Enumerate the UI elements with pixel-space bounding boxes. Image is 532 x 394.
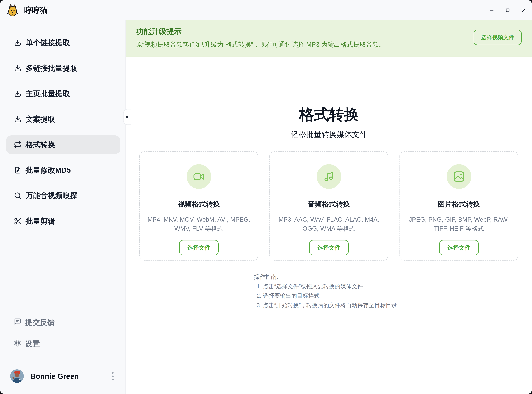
card-title: 音频格式转换 [308, 199, 350, 209]
banner-title: 功能升级提示 [136, 26, 182, 36]
card-formats: MP3, AAC, WAV, FLAC, ALAC, M4A, OGG, WMA… [270, 215, 388, 233]
sidebar-item-label: 万能音视频嗅探 [26, 191, 77, 201]
sidebar-item-label: 主页批量提取 [26, 89, 70, 99]
card-title: 图片格式转换 [438, 199, 480, 209]
select-file-button-video[interactable]: 选择文件 [179, 240, 219, 255]
sidebar-item-label: 批量剪辑 [26, 216, 55, 226]
select-file-button-audio[interactable]: 选择文件 [309, 240, 349, 255]
app-title: 哼哼猫 [24, 5, 48, 16]
upgrade-banner: 功能升级提示 原“视频提取音频”功能已升级为“格式转换”，现在可通过选择 MP3… [126, 20, 532, 57]
sidebar-divider [5, 365, 121, 365]
sidebar-item-label: 多链接批量提取 [26, 63, 77, 73]
sidebar-item-label: 格式转换 [26, 140, 55, 150]
conversion-cards: 视频格式转换 MP4, MKV, MOV, WebM, AVI, MPEG, W… [139, 151, 518, 260]
download-icon [14, 90, 22, 98]
download-icon [14, 64, 22, 72]
sidebar-item-multi-link-batch-extract[interactable]: 多链接批量提取 [6, 59, 120, 78]
icon-circle [187, 164, 211, 189]
sidebar-item-batch-modify-md5[interactable]: 批量修改MD5 [6, 161, 120, 179]
avatar [10, 369, 24, 383]
sidebar-item-label: 文案提取 [26, 114, 55, 124]
guide-title: 操作指南: [254, 272, 397, 282]
sidebar-item-settings[interactable]: 设置 [6, 337, 125, 351]
sidebar-item-format-convert[interactable]: 格式转换 [6, 135, 120, 154]
chevron-left-icon [125, 115, 128, 119]
image-icon [453, 170, 465, 183]
download-icon [14, 115, 22, 123]
feedback-icon [14, 318, 21, 327]
video-camera-icon [193, 170, 205, 183]
kebab-menu-icon[interactable] [110, 371, 115, 382]
image-convert-card[interactable]: 图片格式转换 JPEG, PNG, GIF, BMP, WebP, RAW, T… [400, 151, 518, 260]
audio-convert-card[interactable]: 音频格式转换 MP3, AAC, WAV, FLAC, ALAC, M4A, O… [269, 151, 388, 260]
page-title: 格式转换 [126, 105, 532, 125]
card-title: 视频格式转换 [178, 199, 220, 209]
app-window: 哼哼猫 单个链接提取 [0, 0, 532, 394]
sidebar-nav: 单个链接提取 多链接批量提取 主页批量提取 文案提取 [0, 20, 125, 230]
guide-step: 1. 点击“选择文件”或拖入要转换的媒体文件 [254, 282, 397, 291]
sidebar-item-label: 单个链接提取 [26, 38, 70, 48]
user-profile[interactable]: Bonnie Green [10, 369, 115, 383]
sidebar-item-batch-clip[interactable]: 批量剪辑 [6, 212, 120, 230]
sidebar-item-media-sniffer[interactable]: 万能音视频嗅探 [6, 187, 120, 205]
sidebar-item-label: 提交反馈 [25, 317, 55, 327]
gear-icon [14, 339, 21, 348]
user-name: Bonnie Green [31, 372, 110, 380]
guide-step: 2. 选择要输出的目标格式 [254, 291, 397, 301]
page-subtitle: 轻松批量转换媒体文件 [126, 129, 532, 140]
card-formats: MP4, MKV, MOV, WebM, AVI, MPEG, WMV, FLV… [140, 215, 258, 233]
sidebar-item-label: 设置 [25, 339, 40, 349]
usage-guide: 操作指南: 1. 点击“选择文件”或拖入要转换的媒体文件 2. 选择要输出的目标… [254, 272, 397, 310]
video-convert-card[interactable]: 视频格式转换 MP4, MKV, MOV, WebM, AVI, MPEG, W… [139, 151, 258, 260]
window-controls [489, 0, 527, 20]
sidebar-item-label: 批量修改MD5 [26, 165, 71, 175]
banner-message: 原“视频提取音频”功能已升级为“格式转换”，现在可通过选择 MP3 为输出格式提… [136, 40, 385, 49]
sidebar-collapse-handle[interactable] [123, 109, 131, 125]
maximize-icon[interactable] [505, 7, 511, 13]
sidebar-item-feedback[interactable]: 提交反馈 [6, 315, 125, 330]
sidebar-item-single-link-extract[interactable]: 单个链接提取 [6, 33, 120, 52]
select-video-file-button[interactable]: 选择视频文件 [474, 30, 522, 45]
sidebar-item-copywriting-extract[interactable]: 文案提取 [6, 110, 120, 128]
scissors-icon [14, 217, 22, 225]
select-file-button-image[interactable]: 选择文件 [439, 240, 479, 255]
close-icon[interactable] [521, 7, 527, 13]
icon-circle [447, 164, 471, 189]
sidebar-footer: 提交反馈 设置 [0, 315, 125, 394]
minimize-icon[interactable] [489, 7, 495, 13]
music-note-icon [323, 170, 335, 183]
sidebar: 单个链接提取 多链接批量提取 主页批量提取 文案提取 [0, 20, 126, 394]
search-icon [14, 192, 22, 200]
guide-step: 3. 点击“开始转换”，转换后的文件将自动保存至目标目录 [254, 301, 397, 310]
sidebar-item-homepage-batch-extract[interactable]: 主页批量提取 [6, 84, 120, 103]
card-formats: JPEG, PNG, GIF, BMP, WebP, RAW, TIFF, HE… [400, 215, 518, 233]
title-bar: 哼哼猫 [0, 0, 532, 20]
icon-circle [317, 164, 341, 189]
repeat-icon [14, 141, 22, 149]
cat-logo-icon [7, 4, 18, 17]
file-edit-icon [14, 166, 22, 174]
download-icon [14, 39, 22, 47]
